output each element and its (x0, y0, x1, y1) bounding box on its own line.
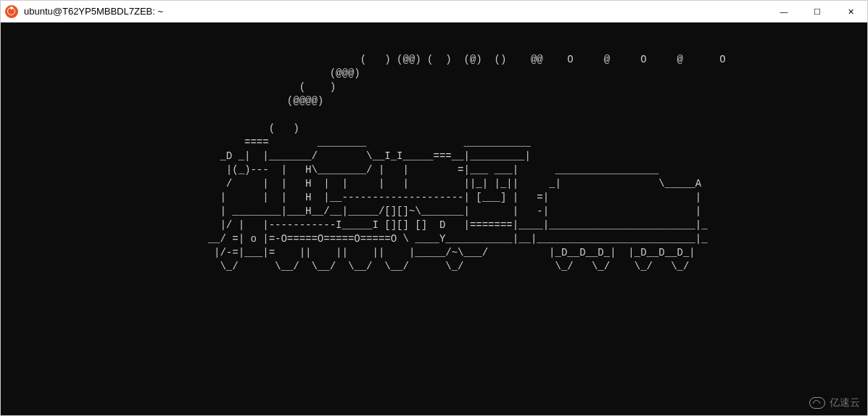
watermark: 亿速云 (809, 396, 860, 409)
cloud-icon (809, 397, 825, 409)
titlebar[interactable]: ubuntu@T62YP5MBBDL7ZEB: ~ — ☐ ✕ (1, 1, 867, 23)
terminal-window: ubuntu@T62YP5MBBDL7ZEB: ~ — ☐ ✕ ( ) (@@)… (0, 0, 868, 416)
window-controls: — ☐ ✕ (767, 1, 867, 22)
maximize-button[interactable]: ☐ (801, 1, 834, 23)
sl-train-ascii-art: ( ) (@@) ( ) (@) () @@ O @ O @ O (@@@) (… (1, 53, 867, 274)
ubuntu-logo-icon (5, 5, 18, 18)
minimize-button[interactable]: — (767, 1, 801, 23)
close-button[interactable]: ✕ (834, 1, 867, 23)
watermark-text: 亿速云 (830, 396, 860, 409)
window-title: ubuntu@T62YP5MBBDL7ZEB: ~ (24, 6, 767, 17)
terminal-content[interactable]: ( ) (@@) ( ) (@) () @@ O @ O @ O (@@@) (… (1, 23, 867, 415)
